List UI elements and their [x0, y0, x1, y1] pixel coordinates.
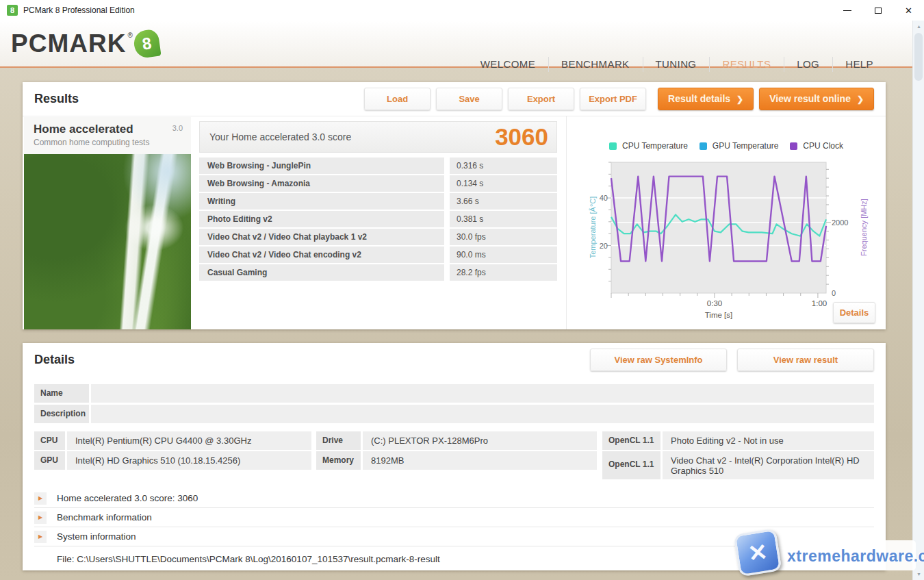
details-button-row: View raw SystemInfo View raw result [590, 349, 874, 371]
app-header: PCMARK ® 8 WELCOME BENCHMARK TUNING RESU… [0, 21, 924, 68]
table-row: OpenCL 1.1 Photo Editing v2 - Not in use [602, 431, 874, 450]
score-strip: Your Home accelerated 3.0 score 3060 [199, 121, 557, 153]
vertical-scrollbar[interactable]: ▲ ▼ [912, 21, 924, 580]
load-button[interactable]: Load [364, 88, 431, 110]
scrollbar-thumb[interactable] [914, 33, 923, 81]
spec-value: Video Chat v2 - Intel(R) Corporation Int… [663, 451, 874, 479]
spec-col-drive-memory: Drive (C:) PLEXTOR PX-128M6Pro Memory 81… [316, 431, 597, 471]
table-row: Writing 3.66 s [199, 193, 557, 210]
right-tick-0: 0 [832, 289, 836, 297]
monitoring-chart-zone: CPU Temperature GPU Temperature CPU Cloc… [567, 116, 886, 329]
legend-item-gpu-temperature: GPU Temperature [700, 141, 779, 151]
expand-arrow-icon: ▶ [34, 512, 47, 524]
x-glyph: ✕ [746, 538, 769, 567]
nav-item-benchmark[interactable]: BENCHMARK [548, 58, 642, 70]
test-value: 0.134 s [450, 175, 557, 192]
name-label: Name [34, 384, 89, 403]
maximize-button[interactable] [862, 0, 893, 21]
export-pdf-button[interactable]: Export PDF [580, 88, 646, 110]
xtremehardware-logo-icon: ✕ [734, 529, 782, 577]
close-icon: ✕ [905, 5, 912, 16]
window-title: PCMark 8 Professional Edition [23, 0, 135, 21]
maximize-icon [875, 8, 882, 14]
results-button-row: Load Save Export Export PDF Result detai… [364, 88, 874, 110]
expand-arrow-icon: ▶ [34, 531, 47, 543]
view-result-online-label: View result online [769, 88, 851, 110]
spec-value: Photo Editing v2 - Not in use [663, 431, 874, 450]
x-axis-label: Time [s] [705, 311, 732, 319]
title-bar: 8 PCMark 8 Professional Edition ✕ [0, 0, 924, 21]
test-name: Web Browsing - JunglePin [199, 157, 444, 174]
export-button[interactable]: Export [508, 88, 574, 110]
table-row: Video Chat v2 / Video Chat encoding v2 9… [199, 247, 557, 263]
right-axis-label: Frequency [MHz] [860, 199, 868, 256]
close-button[interactable]: ✕ [893, 0, 924, 21]
expander-home-accelerated-score[interactable]: ▶ Home accelerated 3.0 score: 3060 [34, 489, 874, 508]
table-row: Video Chat v2 / Video Chat playback 1 v2… [199, 229, 557, 245]
left-axis-label: Temperature [Â°C] [589, 197, 597, 259]
test-name: Photo Editing v2 [199, 211, 444, 227]
expander-label: Benchmark information [57, 512, 152, 522]
spec-col-opencl: OpenCL 1.1 Photo Editing v2 - Not in use… [602, 431, 874, 481]
legend-label: CPU Temperature [622, 141, 688, 151]
nav-item-help[interactable]: HELP [832, 58, 886, 70]
xtremehardware-watermark: ✕ xtremehardware.com [724, 529, 924, 580]
benchmark-card-header: Home accelerated 3.0 Common home computi… [24, 117, 191, 154]
nav-item-welcome[interactable]: WELCOME [467, 58, 548, 70]
table-row: Web Browsing - Amazonia 0.134 s [199, 175, 557, 192]
result-details-label: Result details [668, 88, 730, 110]
chart-details-button[interactable]: Details [833, 302, 875, 323]
test-name: Casual Gaming [199, 264, 444, 281]
name-row: Name [34, 384, 874, 403]
spec-label: Memory [316, 451, 361, 470]
test-value: 3.66 s [450, 193, 557, 210]
test-results-table: Web Browsing - JunglePin 0.316 s Web Bro… [199, 157, 557, 282]
watermark-text: xtremehardware.com [787, 547, 924, 566]
test-value: 90.0 ms [450, 247, 557, 263]
left-tick-40: 40 [600, 194, 608, 202]
nav-item-results[interactable]: RESULTS [709, 58, 784, 70]
main-nav: WELCOME BENCHMARK TUNING RESULTS LOG HEL… [467, 41, 886, 87]
table-row: Web Browsing - JunglePin 0.316 s [199, 157, 557, 174]
expander-label: Home accelerated 3.0 score: 3060 [57, 493, 198, 503]
results-panel: Results Load Save Export Export PDF Resu… [23, 82, 886, 329]
details-title: Details [34, 343, 75, 377]
logo-text: PCMARK [11, 29, 126, 59]
minimize-icon [843, 10, 851, 11]
table-row: Drive (C:) PLEXTOR PX-128M6Pro [316, 431, 597, 450]
test-value: 30.0 fps [450, 229, 557, 245]
results-title: Results [34, 82, 79, 116]
cpu-clock-swatch-icon [790, 142, 797, 150]
expander-benchmark-information[interactable]: ▶ Benchmark information [34, 508, 874, 527]
save-button[interactable]: Save [436, 88, 502, 110]
description-value [91, 405, 874, 423]
test-value: 0.316 s [450, 157, 557, 174]
spec-label: GPU [34, 451, 65, 470]
cpu-temperature-swatch-icon [609, 142, 617, 150]
expand-arrow-icon: ▶ [34, 492, 47, 505]
view-raw-systeminfo-button[interactable]: View raw SystemInfo [590, 349, 727, 371]
result-details-button[interactable]: Result details ❯ [658, 88, 754, 110]
spec-label: Drive [316, 431, 361, 450]
chevron-right-icon: ❯ [736, 89, 743, 110]
nav-item-tuning[interactable]: TUNING [643, 58, 710, 70]
spec-col-cpu-gpu: CPU Intel(R) Pentium(R) CPU G4400 @ 3.30… [34, 431, 311, 471]
legend-label: CPU Clock [803, 141, 843, 151]
pcmark-window: 8 PCMark 8 Professional Edition ✕ PCMARK… [0, 0, 924, 580]
window-controls: ✕ [832, 0, 924, 21]
description-label: Description [34, 405, 89, 423]
minimize-button[interactable] [832, 0, 862, 21]
scroll-up-icon[interactable]: ▲ [913, 21, 924, 32]
spec-label: OpenCL 1.1 [602, 431, 660, 450]
nav-item-log[interactable]: LOG [784, 58, 832, 70]
view-result-online-button[interactable]: View result online ❯ [759, 88, 874, 110]
test-value: 0.381 s [450, 211, 557, 227]
chart-legend: CPU Temperature GPU Temperature CPU Cloc… [567, 141, 886, 151]
view-raw-result-button[interactable]: View raw result [737, 349, 874, 371]
result-file-path: File: C:\Users\SHUTTLE\Documents\PCMark … [57, 550, 440, 569]
spec-value: Intel(R) Pentium(R) CPU G4400 @ 3.30GHz [67, 431, 311, 450]
chevron-right-icon: ❯ [857, 89, 864, 110]
table-row: GPU Intel(R) HD Graphics 510 (10.18.15.4… [34, 451, 311, 470]
spec-label: OpenCL 1.1 [602, 451, 660, 479]
expander-label: System information [57, 531, 136, 542]
